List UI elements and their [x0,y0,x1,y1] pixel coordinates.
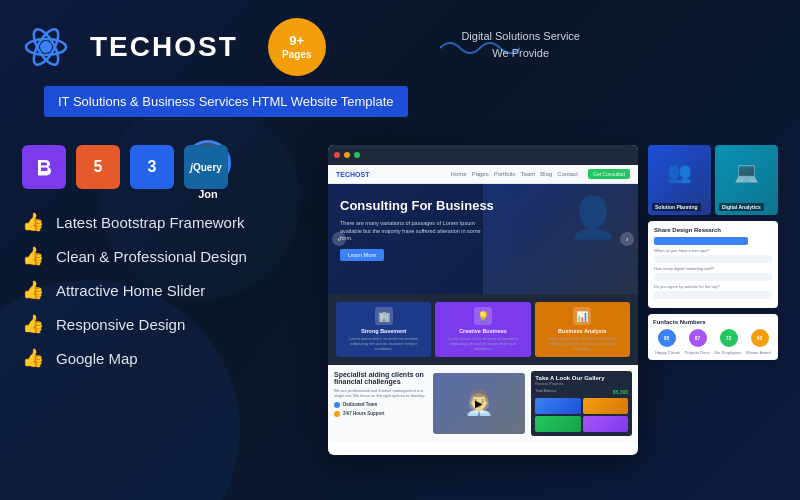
pages-badge: 9+ Pages [268,18,326,76]
browser-cta: Get Consulted [588,169,630,179]
panel-label-2: Digital Analytics [719,203,764,211]
feature-item: 👍 Google Map [22,347,312,369]
image-panel-1-inner: 👥 Solution Planning [648,145,711,215]
funfacts-panel: Funfacts Numbers 95 87 72 60 Happy Clien… [648,314,778,360]
ff-circle-3: 72 [720,329,738,347]
service-card-3: 📊 Business Analysis Lorem ipsum dolor si… [535,302,630,357]
hero-arrow-left[interactable]: ‹ [332,232,346,246]
why-dot-1 [334,402,340,408]
thumb-icon-3: 👍 [22,279,44,301]
service-title-3: Business Analysis [540,328,625,334]
form-field-2[interactable] [654,273,772,281]
feature-item: 👍 Attractive Home Slider [22,279,312,301]
feature-item: 👍 Latest Bootstrap Framework [22,211,312,233]
image-panel-1: 👥 Solution Planning [648,145,711,215]
service-card-1: 🏢 Strong Basement Lorem ipsum dolor sit … [336,302,431,357]
header: TECHOST 9+ Pages Digital Solutions Servi… [0,0,800,86]
service-icon-3: 📊 [573,307,591,325]
form-title: Share Design Research [654,227,772,233]
feature-item: 👍 Clean & Professional Design [22,245,312,267]
form-field-3[interactable] [654,291,772,299]
balance-row: Total Balance $5,300 [535,389,628,395]
browser-dot-red [334,152,340,158]
why-feature-2: 24/7 Hours Support [334,411,427,417]
service-icon-1: 🏢 [375,307,393,325]
hero-arrow-right[interactable]: › [620,232,634,246]
tech-icons-row: 5 3 jQuery [22,145,312,189]
jquery-icon: jQuery [184,145,228,189]
balance-value: $5,300 [613,389,628,395]
thumb-icon-4: 👍 [22,313,44,335]
browser-nav-bar: TECHOST Home Pages Portfolio Team Blog C… [328,165,638,184]
browser-mockup: TECHOST Home Pages Portfolio Team Blog C… [328,145,638,455]
service-card-2: 💡 Creative Business Lorem ipsum dolor si… [435,302,530,357]
service-title-2: Creative Business [440,328,525,334]
thumb-icon-1: 👍 [22,211,44,233]
funfacts-title: Funfacts Numbers [653,319,773,325]
form-mockup: Share Design Research When do you have a… [648,221,778,308]
form-question-1: When do you have a free spot? [654,248,772,253]
why-image: 👨‍💼 ▶ [433,373,526,434]
why-right: Take A Look Our Gallery Recent Projects … [531,371,632,436]
form-question-2: How many digital marketing staff? [654,266,772,271]
left-panel: 5 3 jQuery 👍 Latest Bootstrap Framework … [22,145,312,455]
logo-icon [22,23,70,71]
css3-icon: 3 [130,145,174,189]
browser-nav-links: Home Pages Portfolio Team Blog Contact [451,171,578,177]
hero-section: 👤 ‹ Consulting For Business There are ma… [328,184,638,294]
service-icon-2: 💡 [474,307,492,325]
feature-list: 👍 Latest Bootstrap Framework 👍 Clean & P… [22,211,312,369]
service-desc-2: Lorem ipsum dolor sit amet consectetur a… [440,336,525,352]
bootstrap-icon [22,145,66,189]
form-question-3: Do you agree by website for the trip? [654,284,772,289]
image-panel-2: 💻 Digital Analytics [715,145,778,215]
why-title: Specialist aiding clients on financial c… [334,371,427,385]
hero-subtitle: There are many variations of passages of… [340,220,490,243]
form-field-1[interactable] [654,255,772,263]
panel-label-1: Solution Planning [652,203,701,211]
thumb-icon-5: 👍 [22,347,44,369]
right-panel: TECHOST Home Pages Portfolio Team Blog C… [328,145,778,455]
top-images: 👥 Solution Planning 💻 Digital Analytics [648,145,778,215]
browser-bar [328,145,638,165]
form-field-search[interactable] [654,237,748,245]
service-desc-1: Lorem ipsum dolor sit amet consectetur a… [341,336,426,352]
service-cards: 🏢 Strong Basement Lorem ipsum dolor sit … [328,294,638,365]
side-panels: 👥 Solution Planning 💻 Digital Analytics … [648,145,778,455]
why-left: Specialist aiding clients on financial c… [334,371,427,436]
html5-icon: 5 [76,145,120,189]
browser-nav-logo: TECHOST [336,171,369,178]
svg-point-0 [40,41,52,53]
why-dot-2 [334,411,340,417]
hero-title: Consulting For Business [340,198,500,215]
why-feature-1: Dedicated Team [334,402,427,408]
feature-item: 👍 Responsive Design [22,313,312,335]
ff-circle-4: 60 [751,329,769,347]
why-feature-text-2: 24/7 Hours Support [343,411,385,416]
thumb-icon-2: 👍 [22,245,44,267]
browser-dot-yellow [344,152,350,158]
ff-circle-2: 87 [689,329,707,347]
banner: IT Solutions & Business Services HTML We… [44,86,408,117]
digital-solutions-text: Digital Solutions Service We Provide [461,28,580,61]
funfacts-circles: 95 87 72 60 [653,329,773,347]
logo-text: TECHOST [90,31,238,63]
image-panel-2-inner: 💻 Digital Analytics [715,145,778,215]
why-feature-text-1: Dedicated Team [343,402,377,407]
ff-circle-1: 95 [658,329,676,347]
hero-bg: 👤 [483,184,638,294]
service-title-1: Strong Basement [341,328,426,334]
why-body: We are professional and finance manageme… [334,388,427,399]
balance-label: Total Balance [535,389,556,395]
why-section: Specialist aiding clients on financial c… [328,365,638,442]
main-content: 5 3 jQuery 👍 Latest Bootstrap Framework … [0,129,800,455]
service-desc-3: Lorem ipsum dolor sit amet consectetur a… [540,336,625,352]
hero-cta-button[interactable]: Learn More [340,249,384,261]
browser-dot-green [354,152,360,158]
